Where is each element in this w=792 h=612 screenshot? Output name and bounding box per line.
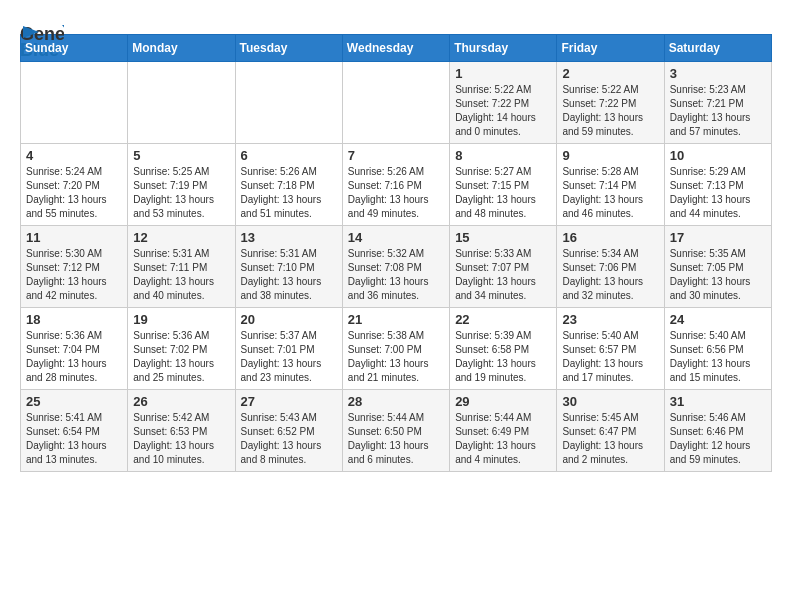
day-info: Sunrise: 5:36 AM Sunset: 7:02 PM Dayligh… [133,329,229,385]
day-info: Sunrise: 5:40 AM Sunset: 6:57 PM Dayligh… [562,329,658,385]
day-number: 22 [455,312,551,327]
calendar-cell: 10Sunrise: 5:29 AM Sunset: 7:13 PM Dayli… [664,144,771,226]
calendar-cell: 15Sunrise: 5:33 AM Sunset: 7:07 PM Dayli… [450,226,557,308]
day-number: 19 [133,312,229,327]
day-number: 8 [455,148,551,163]
calendar-cell: 31Sunrise: 5:46 AM Sunset: 6:46 PM Dayli… [664,390,771,472]
day-number: 6 [241,148,337,163]
calendar-week-4: 18Sunrise: 5:36 AM Sunset: 7:04 PM Dayli… [21,308,772,390]
calendar-cell: 19Sunrise: 5:36 AM Sunset: 7:02 PM Dayli… [128,308,235,390]
day-number: 14 [348,230,444,245]
day-number: 11 [26,230,122,245]
day-number: 26 [133,394,229,409]
day-number: 3 [670,66,766,81]
day-info: Sunrise: 5:45 AM Sunset: 6:47 PM Dayligh… [562,411,658,467]
day-number: 28 [348,394,444,409]
calendar-cell [128,62,235,144]
day-info: Sunrise: 5:43 AM Sunset: 6:52 PM Dayligh… [241,411,337,467]
calendar-week-3: 11Sunrise: 5:30 AM Sunset: 7:12 PM Dayli… [21,226,772,308]
day-info: Sunrise: 5:26 AM Sunset: 7:16 PM Dayligh… [348,165,444,221]
day-info: Sunrise: 5:34 AM Sunset: 7:06 PM Dayligh… [562,247,658,303]
day-number: 15 [455,230,551,245]
calendar-cell: 29Sunrise: 5:44 AM Sunset: 6:49 PM Dayli… [450,390,557,472]
day-number: 13 [241,230,337,245]
calendar-cell: 17Sunrise: 5:35 AM Sunset: 7:05 PM Dayli… [664,226,771,308]
page-header: General Blue [20,20,772,24]
calendar-week-5: 25Sunrise: 5:41 AM Sunset: 6:54 PM Dayli… [21,390,772,472]
day-info: Sunrise: 5:36 AM Sunset: 7:04 PM Dayligh… [26,329,122,385]
calendar-cell: 11Sunrise: 5:30 AM Sunset: 7:12 PM Dayli… [21,226,128,308]
day-number: 24 [670,312,766,327]
day-info: Sunrise: 5:33 AM Sunset: 7:07 PM Dayligh… [455,247,551,303]
day-info: Sunrise: 5:46 AM Sunset: 6:46 PM Dayligh… [670,411,766,467]
day-info: Sunrise: 5:42 AM Sunset: 6:53 PM Dayligh… [133,411,229,467]
calendar-cell: 21Sunrise: 5:38 AM Sunset: 7:00 PM Dayli… [342,308,449,390]
day-info: Sunrise: 5:27 AM Sunset: 7:15 PM Dayligh… [455,165,551,221]
calendar-cell: 7Sunrise: 5:26 AM Sunset: 7:16 PM Daylig… [342,144,449,226]
calendar-cell: 8Sunrise: 5:27 AM Sunset: 7:15 PM Daylig… [450,144,557,226]
day-number: 10 [670,148,766,163]
day-number: 7 [348,148,444,163]
day-info: Sunrise: 5:25 AM Sunset: 7:19 PM Dayligh… [133,165,229,221]
header-day-tuesday: Tuesday [235,35,342,62]
day-info: Sunrise: 5:44 AM Sunset: 6:49 PM Dayligh… [455,411,551,467]
day-number: 1 [455,66,551,81]
calendar-cell: 2Sunrise: 5:22 AM Sunset: 7:22 PM Daylig… [557,62,664,144]
calendar-cell: 4Sunrise: 5:24 AM Sunset: 7:20 PM Daylig… [21,144,128,226]
day-number: 21 [348,312,444,327]
calendar-cell [21,62,128,144]
header-day-friday: Friday [557,35,664,62]
calendar-cell: 28Sunrise: 5:44 AM Sunset: 6:50 PM Dayli… [342,390,449,472]
day-info: Sunrise: 5:35 AM Sunset: 7:05 PM Dayligh… [670,247,766,303]
day-number: 18 [26,312,122,327]
day-info: Sunrise: 5:24 AM Sunset: 7:20 PM Dayligh… [26,165,122,221]
calendar-cell: 18Sunrise: 5:36 AM Sunset: 7:04 PM Dayli… [21,308,128,390]
calendar-table: SundayMondayTuesdayWednesdayThursdayFrid… [20,34,772,472]
day-info: Sunrise: 5:32 AM Sunset: 7:08 PM Dayligh… [348,247,444,303]
calendar-cell: 27Sunrise: 5:43 AM Sunset: 6:52 PM Dayli… [235,390,342,472]
day-number: 17 [670,230,766,245]
calendar-cell: 25Sunrise: 5:41 AM Sunset: 6:54 PM Dayli… [21,390,128,472]
calendar-cell [342,62,449,144]
calendar-cell: 23Sunrise: 5:40 AM Sunset: 6:57 PM Dayli… [557,308,664,390]
header-day-monday: Monday [128,35,235,62]
day-info: Sunrise: 5:30 AM Sunset: 7:12 PM Dayligh… [26,247,122,303]
calendar-week-2: 4Sunrise: 5:24 AM Sunset: 7:20 PM Daylig… [21,144,772,226]
day-info: Sunrise: 5:23 AM Sunset: 7:21 PM Dayligh… [670,83,766,139]
day-number: 29 [455,394,551,409]
header-day-saturday: Saturday [664,35,771,62]
day-info: Sunrise: 5:26 AM Sunset: 7:18 PM Dayligh… [241,165,337,221]
logo: General Blue [20,20,64,24]
calendar-cell: 14Sunrise: 5:32 AM Sunset: 7:08 PM Dayli… [342,226,449,308]
day-number: 2 [562,66,658,81]
calendar-cell: 13Sunrise: 5:31 AM Sunset: 7:10 PM Dayli… [235,226,342,308]
svg-marker-3 [23,26,39,38]
day-number: 31 [670,394,766,409]
day-info: Sunrise: 5:39 AM Sunset: 6:58 PM Dayligh… [455,329,551,385]
day-number: 27 [241,394,337,409]
day-info: Sunrise: 5:29 AM Sunset: 7:13 PM Dayligh… [670,165,766,221]
calendar-header: SundayMondayTuesdayWednesdayThursdayFrid… [21,35,772,62]
day-info: Sunrise: 5:22 AM Sunset: 7:22 PM Dayligh… [455,83,551,139]
day-number: 12 [133,230,229,245]
day-number: 4 [26,148,122,163]
calendar-cell: 6Sunrise: 5:26 AM Sunset: 7:18 PM Daylig… [235,144,342,226]
day-info: Sunrise: 5:37 AM Sunset: 7:01 PM Dayligh… [241,329,337,385]
calendar-cell: 24Sunrise: 5:40 AM Sunset: 6:56 PM Dayli… [664,308,771,390]
calendar-week-1: 1Sunrise: 5:22 AM Sunset: 7:22 PM Daylig… [21,62,772,144]
day-info: Sunrise: 5:31 AM Sunset: 7:11 PM Dayligh… [133,247,229,303]
day-info: Sunrise: 5:28 AM Sunset: 7:14 PM Dayligh… [562,165,658,221]
day-number: 25 [26,394,122,409]
header-day-thursday: Thursday [450,35,557,62]
calendar-cell: 16Sunrise: 5:34 AM Sunset: 7:06 PM Dayli… [557,226,664,308]
day-number: 20 [241,312,337,327]
logo-flag-icon [21,26,39,42]
day-number: 5 [133,148,229,163]
calendar-cell: 1Sunrise: 5:22 AM Sunset: 7:22 PM Daylig… [450,62,557,144]
day-info: Sunrise: 5:38 AM Sunset: 7:00 PM Dayligh… [348,329,444,385]
header-row: SundayMondayTuesdayWednesdayThursdayFrid… [21,35,772,62]
calendar-cell: 26Sunrise: 5:42 AM Sunset: 6:53 PM Dayli… [128,390,235,472]
calendar-cell: 30Sunrise: 5:45 AM Sunset: 6:47 PM Dayli… [557,390,664,472]
day-number: 23 [562,312,658,327]
calendar-cell [235,62,342,144]
